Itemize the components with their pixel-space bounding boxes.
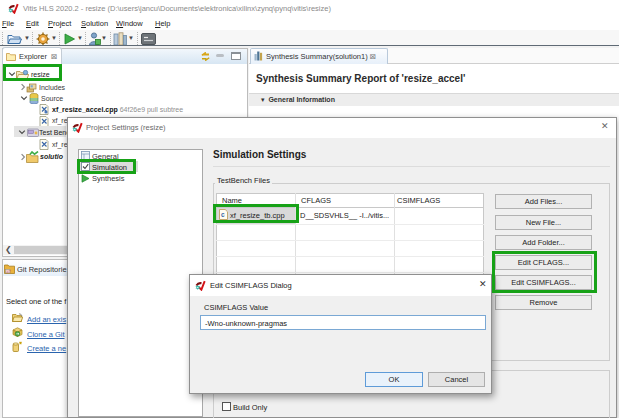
svg-text:GIT: GIT — [6, 270, 11, 274]
